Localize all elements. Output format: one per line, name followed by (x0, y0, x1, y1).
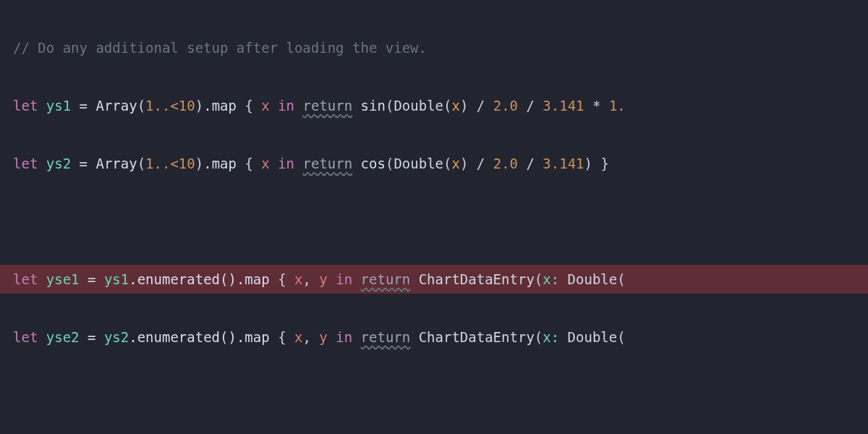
blank-line (13, 380, 868, 409)
blank-line (13, 207, 868, 236)
highlighted-line: let yse1 = ys1.enumerated().map { x, y i… (0, 265, 868, 294)
comment-text: // Do any additional setup after loading… (13, 40, 427, 56)
code-line: // Do any additional setup after loading… (13, 33, 868, 62)
code-line: let yse2 = ys2.enumerated().map { x, y i… (13, 323, 868, 352)
code-line: let ys2 = Array(1..<10).map { x in retur… (13, 149, 868, 178)
code-editor[interactable]: // Do any additional setup after loading… (0, 0, 868, 434)
code-line: let ys1 = Array(1..<10).map { x in retur… (13, 91, 868, 120)
